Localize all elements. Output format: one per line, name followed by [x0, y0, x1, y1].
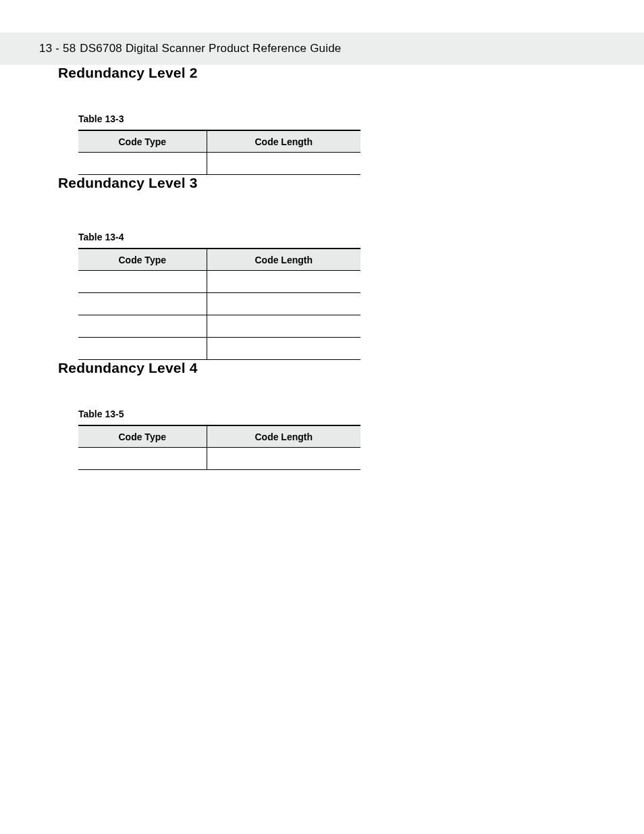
- table-header-cell: Code Type: [78, 130, 207, 153]
- table-cell: [78, 293, 207, 315]
- table-header-cell: Code Type: [78, 249, 207, 271]
- table-header-cell: Code Length: [207, 130, 360, 153]
- page-content: Redundancy Level 2 Table 13-3 Code Type …: [0, 65, 644, 470]
- table-cell: [207, 293, 360, 315]
- table-cell: [207, 153, 360, 175]
- table-row: [78, 315, 360, 338]
- table-cell: [207, 448, 360, 470]
- table-row: [78, 338, 360, 360]
- table-row: [78, 293, 360, 315]
- page-number: 13 - 58: [39, 42, 76, 55]
- table-block: Table 13-4 Code Type Code Length: [78, 232, 644, 360]
- table: Code Type Code Length: [78, 425, 360, 470]
- section-heading: Redundancy Level 3: [58, 175, 644, 191]
- table-row: [78, 448, 360, 470]
- table-caption: Table 13-3: [78, 113, 644, 124]
- page: 13 - 58 DS6708 Digital Scanner Product R…: [0, 32, 644, 834]
- table-header-cell: Code Length: [207, 249, 360, 271]
- section-heading: Redundancy Level 4: [58, 360, 644, 376]
- table-cell: [207, 315, 360, 338]
- section-heading: Redundancy Level 2: [58, 65, 644, 81]
- table-cell: [78, 448, 207, 470]
- table-caption: Table 13-4: [78, 232, 644, 242]
- table-header-row: Code Type Code Length: [78, 425, 360, 448]
- table-row: [78, 153, 360, 175]
- document-title: DS6708 Digital Scanner Product Reference…: [80, 42, 341, 55]
- table: Code Type Code Length: [78, 248, 360, 360]
- table-caption: Table 13-5: [78, 409, 644, 419]
- table-row: [78, 271, 360, 293]
- table-header-row: Code Type Code Length: [78, 130, 360, 153]
- table: Code Type Code Length: [78, 130, 360, 175]
- table-header-row: Code Type Code Length: [78, 249, 360, 271]
- page-header: 13 - 58 DS6708 Digital Scanner Product R…: [0, 32, 644, 65]
- table-cell: [207, 271, 360, 293]
- table-header-cell: Code Length: [207, 425, 360, 448]
- table-block: Table 13-3 Code Type Code Length: [78, 113, 644, 175]
- table-cell: [78, 153, 207, 175]
- table-cell: [207, 338, 360, 360]
- table-cell: [78, 338, 207, 360]
- table-header-cell: Code Type: [78, 425, 207, 448]
- table-cell: [78, 315, 207, 338]
- table-block: Table 13-5 Code Type Code Length: [78, 409, 644, 470]
- table-cell: [78, 271, 207, 293]
